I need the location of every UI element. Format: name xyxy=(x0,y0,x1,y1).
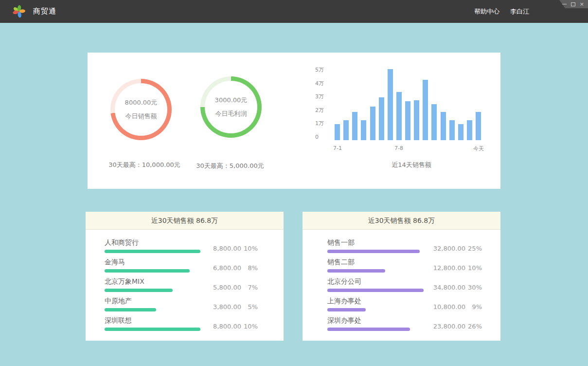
list-item: 北京万象MIX 5,800.00 7% xyxy=(105,278,258,292)
titlebar: 商贸通 帮助中心 李白江 × xyxy=(0,0,588,23)
today-sales-ring-chart: 8000.00元 今日销售额 xyxy=(110,79,172,140)
list-item: 中原地产 3,800.00 5% xyxy=(105,297,258,311)
item-percent: 10% xyxy=(241,245,258,252)
progress-track xyxy=(105,269,200,273)
item-percent: 26% xyxy=(465,323,482,330)
item-values: 23,800.00 26% xyxy=(433,323,482,330)
list-item: 深圳办事处 23,800.00 26% xyxy=(327,317,482,331)
item-amount: 10,800.00 xyxy=(433,303,465,311)
sales-bar xyxy=(361,120,366,140)
progress-track xyxy=(105,328,200,331)
list-item: 销售二部 12,800.00 10% xyxy=(327,258,482,273)
sales-bar xyxy=(423,80,428,140)
sales-bar xyxy=(431,104,437,140)
item-values: 34,800.00 30% xyxy=(433,284,482,291)
list-item: 北京分公司 34,800.00 30% xyxy=(327,278,482,292)
progress-bar xyxy=(105,250,200,253)
sales-bar xyxy=(405,101,410,140)
progress-track xyxy=(327,269,424,273)
sales-bar xyxy=(467,120,472,140)
today-profit-label: 今日毛利润 xyxy=(215,110,247,118)
titlebar-menu: 帮助中心 李白江 xyxy=(474,0,529,23)
window-controls: × xyxy=(559,0,588,8)
item-percent: 10% xyxy=(241,323,258,330)
sales-bar xyxy=(476,112,481,140)
sales-bar xyxy=(335,124,340,140)
minimize-icon[interactable] xyxy=(562,4,567,4)
y-axis-tick: 1万 xyxy=(315,120,324,127)
today-profit-ring-chart: 3000.00元 今日毛利润 xyxy=(200,76,262,138)
item-amount: 3,800.00 xyxy=(213,303,241,311)
sales-bar xyxy=(352,112,357,140)
y-axis-tick: 3万 xyxy=(315,93,324,100)
card-header: 近30天销售额 86.8万 xyxy=(303,212,500,230)
sales-bar xyxy=(370,107,375,140)
departments-sales-card: 近30天销售额 86.8万 销售一部 32,800.00 25% 销售二部 12… xyxy=(303,212,500,341)
x-axis-tick: 今天 xyxy=(468,145,489,152)
progress-bar xyxy=(327,289,424,292)
close-icon[interactable]: × xyxy=(580,0,584,8)
today-sales-value: 8000.00元 xyxy=(125,98,158,107)
bar-chart-title: 近14天销售额 xyxy=(338,161,485,169)
departments-list: 销售一部 32,800.00 25% 销售二部 12,800.00 10% xyxy=(303,230,500,331)
progress-track xyxy=(327,250,424,253)
sales-bar xyxy=(414,100,419,141)
item-amount: 34,800.00 xyxy=(433,284,465,291)
card-header: 近30天销售额 86.8万 xyxy=(86,212,284,230)
progress-track xyxy=(105,308,200,311)
item-percent: 9% xyxy=(465,303,482,311)
progress-bar xyxy=(327,250,420,253)
progress-bar xyxy=(105,308,156,311)
ring-center: 8000.00元 今日销售额 xyxy=(115,83,167,136)
maximize-icon[interactable] xyxy=(571,2,575,6)
list-item: 人和商贸行 8,800.00 10% xyxy=(105,239,258,253)
customers-sales-card: 近30天销售额 86.8万 人和商贸行 8,800.00 10% 金海马 6,8… xyxy=(86,212,284,341)
profit-30d-max-note: 30天最高：5,000.00元 xyxy=(186,162,274,170)
sales-bar xyxy=(343,120,349,140)
y-axis-tick: 2万 xyxy=(315,107,324,113)
daily-sales-bar-chart xyxy=(335,67,481,140)
item-amount: 23,800.00 xyxy=(433,323,465,330)
progress-bar xyxy=(105,269,190,273)
today-sales-label: 今日销售额 xyxy=(125,112,157,121)
sales-bar xyxy=(379,97,384,140)
item-percent: 30% xyxy=(465,284,482,291)
y-axis-tick: 4万 xyxy=(315,80,324,87)
progress-bar xyxy=(327,269,385,273)
overview-card: 8000.00元 今日销售额 30天最高：10,000.00元 3000.00元… xyxy=(88,53,500,189)
list-item: 深圳联想 8,800.00 10% xyxy=(105,317,258,331)
item-amount: 32,800.00 xyxy=(433,245,465,252)
customers-list: 人和商贸行 8,800.00 10% 金海马 6,800.00 8% xyxy=(86,230,284,331)
item-values: 8,800.00 10% xyxy=(213,245,258,252)
user-menu[interactable]: 李白江 xyxy=(510,7,529,16)
progress-bar xyxy=(327,328,410,331)
item-percent: 25% xyxy=(465,245,482,252)
today-profit-value: 3000.00元 xyxy=(215,96,248,105)
sales-bar xyxy=(396,92,402,140)
item-percent: 8% xyxy=(241,264,258,272)
item-amount: 12,800.00 xyxy=(433,264,465,272)
y-axis-tick: 0 xyxy=(315,134,319,140)
help-center-link[interactable]: 帮助中心 xyxy=(474,7,499,16)
app-title: 商贸通 xyxy=(33,0,56,23)
progress-track xyxy=(105,289,200,292)
item-values: 5,800.00 7% xyxy=(213,284,258,291)
item-percent: 5% xyxy=(241,303,258,311)
item-amount: 6,800.00 xyxy=(213,264,241,272)
item-values: 10,800.00 9% xyxy=(433,303,482,311)
item-percent: 10% xyxy=(465,264,482,272)
item-amount: 8,800.00 xyxy=(213,245,241,252)
progress-track xyxy=(327,289,424,292)
app-window: 商贸通 帮助中心 李白江 × 8000.00元 今日销售额 30天最高：10,0… xyxy=(0,0,588,366)
item-percent: 7% xyxy=(241,284,258,291)
ring-center: 3000.00元 今日毛利润 xyxy=(205,81,257,133)
list-item: 金海马 6,800.00 8% xyxy=(105,258,258,273)
sales-bar xyxy=(449,120,455,140)
y-axis-tick: 5万 xyxy=(315,67,324,73)
progress-track xyxy=(327,328,424,331)
sales-30d-max-note: 30天最高：10,000.00元 xyxy=(98,161,191,169)
progress-bar xyxy=(327,308,366,311)
x-axis-tick: 7-8 xyxy=(388,145,410,151)
x-axis-tick: 7-1 xyxy=(327,145,348,151)
progress-track xyxy=(327,308,424,311)
